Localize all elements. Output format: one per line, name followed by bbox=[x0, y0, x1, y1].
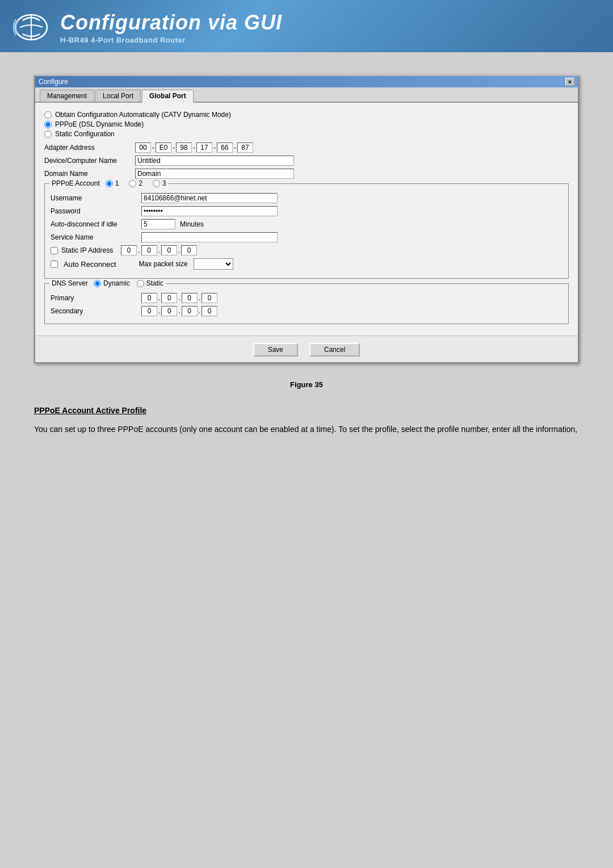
mac-field-5[interactable] bbox=[217, 142, 233, 153]
dns-radios: Dynamic Static bbox=[94, 279, 163, 287]
device-name-input[interactable] bbox=[135, 156, 294, 166]
pppoe-fields: Username Password Auto-disconnect if idl… bbox=[51, 193, 562, 270]
static-ip-label: Static IP Address bbox=[61, 246, 113, 254]
adapter-address-row: Adapter Address - - - - - bbox=[44, 142, 569, 153]
pppoe-account-3-label: 3 bbox=[162, 179, 166, 187]
main-content: Configure × Management Local Port Global… bbox=[0, 75, 613, 435]
dialog-title: Configure bbox=[39, 78, 68, 86]
secondary-dns-row: Secondary . . . bbox=[51, 306, 562, 316]
tab-management[interactable]: Management bbox=[40, 90, 94, 102]
figure-caption: Figure 35 bbox=[34, 380, 579, 389]
adapter-address-label: Adapter Address bbox=[44, 144, 135, 152]
dns-dynamic-radio[interactable] bbox=[94, 280, 101, 287]
catv-radio[interactable] bbox=[44, 111, 52, 119]
mac-field-4[interactable] bbox=[196, 142, 212, 153]
mac-field-3[interactable] bbox=[176, 142, 192, 153]
mac-field-2[interactable] bbox=[156, 142, 171, 153]
static-ip-field-1[interactable] bbox=[121, 245, 137, 255]
device-name-label: Device/Computer Name bbox=[44, 157, 135, 165]
dns-static-radio[interactable] bbox=[137, 280, 144, 287]
service-name-row: Service Name bbox=[51, 232, 562, 242]
static-ip-field-3[interactable] bbox=[161, 245, 177, 255]
dialog-buttons: Save Cancel bbox=[35, 336, 578, 362]
max-packet-select[interactable] bbox=[194, 258, 233, 270]
tab-global-port[interactable]: Global Port bbox=[142, 90, 194, 103]
idle-label: Auto-disconnect if idle bbox=[51, 220, 141, 228]
cancel-button[interactable]: Cancel bbox=[309, 343, 360, 357]
primary-dns-field-3[interactable] bbox=[182, 293, 198, 303]
header-text: Configuration via GUI H-BR49 4-Port Broa… bbox=[60, 11, 282, 44]
domain-name-row: Domain Name bbox=[44, 169, 569, 179]
secondary-dns-fields: . . . bbox=[141, 306, 217, 316]
header: Configuration via GUI H-BR49 4-Port Broa… bbox=[0, 0, 613, 52]
dialog-close-button[interactable]: × bbox=[565, 78, 574, 86]
username-row: Username bbox=[51, 193, 562, 203]
pppoe-mode-radio[interactable] bbox=[44, 121, 52, 128]
static-ip-checkbox[interactable] bbox=[51, 247, 58, 254]
static-label: Static Configuration bbox=[55, 130, 115, 138]
static-ip-field-2[interactable] bbox=[141, 245, 157, 255]
mac-fields: - - - - - bbox=[135, 142, 253, 153]
dns-legend-text: DNS Server bbox=[52, 279, 88, 287]
secondary-dns-field-2[interactable] bbox=[161, 306, 177, 316]
dialog-body: Obtain Configuration Automatically (CATV… bbox=[35, 103, 578, 330]
idle-row: Auto-disconnect if idle Minutes bbox=[51, 219, 562, 229]
tab-bar: Management Local Port Global Port bbox=[35, 87, 578, 103]
secondary-dns-field-4[interactable] bbox=[201, 306, 217, 316]
service-name-label: Service Name bbox=[51, 233, 141, 241]
max-packet-label: Max packet size bbox=[139, 260, 188, 268]
pppoe-legend: PPPoE Account 1 2 3 bbox=[49, 179, 169, 187]
configure-dialog: Configure × Management Local Port Global… bbox=[34, 75, 579, 363]
password-input[interactable] bbox=[141, 206, 278, 216]
dns-dynamic-row: Dynamic bbox=[94, 279, 130, 287]
header-subtitle: H-BR49 4-Port Broadband Router bbox=[60, 36, 282, 44]
router-logo-icon bbox=[11, 10, 51, 44]
catv-label: Obtain Configuration Automatically (CATV… bbox=[55, 111, 231, 119]
primary-dns-row: Primary . . . bbox=[51, 293, 562, 303]
tab-local-port[interactable]: Local Port bbox=[95, 90, 141, 102]
body-text: You can set up to three PPPoE accounts (… bbox=[34, 423, 579, 435]
pppoe-section: PPPoE Account 1 2 3 bbox=[44, 183, 569, 279]
auto-reconnect-row: Auto Reconnect Max packet size bbox=[51, 258, 562, 270]
password-row: Password bbox=[51, 206, 562, 216]
primary-dns-field-4[interactable] bbox=[201, 293, 217, 303]
catv-radio-row: Obtain Configuration Automatically (CATV… bbox=[44, 111, 569, 119]
secondary-dns-label: Secondary bbox=[51, 307, 141, 315]
pppoe-account-3-row: 3 bbox=[153, 179, 166, 187]
device-name-row: Device/Computer Name bbox=[44, 156, 569, 166]
mac-field-6[interactable] bbox=[237, 142, 253, 153]
secondary-dns-field-1[interactable] bbox=[141, 306, 157, 316]
primary-dns-label: Primary bbox=[51, 294, 141, 302]
pppoe-account-2-row: 2 bbox=[129, 179, 142, 187]
pppoe-account-3-radio[interactable] bbox=[153, 180, 160, 187]
pppoe-account-1-row: 1 bbox=[106, 179, 119, 187]
section-heading: PPPoE Account Active Profile bbox=[34, 406, 579, 415]
pppoe-mode-label: PPPoE (DSL Dynamic Mode) bbox=[55, 120, 144, 128]
domain-name-label: Domain Name bbox=[44, 170, 135, 178]
static-radio-row: Static Configuration bbox=[44, 130, 569, 138]
primary-dns-fields: . . . bbox=[141, 293, 217, 303]
domain-name-input[interactable] bbox=[135, 169, 294, 179]
minutes-label: Minutes bbox=[180, 220, 204, 228]
pppoe-account-1-radio[interactable] bbox=[106, 180, 113, 187]
dns-section: DNS Server Dynamic Static Prima bbox=[44, 283, 569, 324]
pppoe-account-2-label: 2 bbox=[138, 179, 142, 187]
idle-input[interactable] bbox=[141, 219, 175, 229]
save-button[interactable]: Save bbox=[253, 343, 298, 357]
password-label: Password bbox=[51, 207, 141, 215]
dns-static-label: Static bbox=[146, 279, 163, 287]
auto-reconnect-checkbox[interactable] bbox=[51, 261, 58, 268]
secondary-dns-field-3[interactable] bbox=[182, 306, 198, 316]
pppoe-account-2-radio[interactable] bbox=[129, 180, 136, 187]
static-radio[interactable] bbox=[44, 131, 52, 138]
mode-radio-group: Obtain Configuration Automatically (CATV… bbox=[44, 111, 569, 138]
username-label: Username bbox=[51, 194, 141, 202]
primary-dns-field-1[interactable] bbox=[141, 293, 157, 303]
username-input[interactable] bbox=[141, 193, 278, 203]
pppoe-legend-text: PPPoE Account bbox=[52, 179, 100, 187]
mac-field-1[interactable] bbox=[135, 142, 151, 153]
service-name-input[interactable] bbox=[141, 232, 278, 242]
primary-dns-field-2[interactable] bbox=[161, 293, 177, 303]
static-ip-field-4[interactable] bbox=[181, 245, 197, 255]
dns-static-row: Static bbox=[137, 279, 163, 287]
